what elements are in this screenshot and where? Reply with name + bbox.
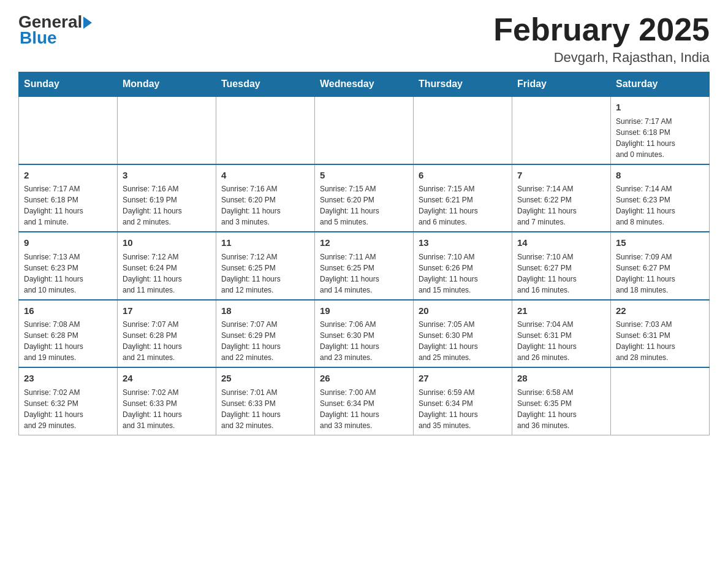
calendar-cell: 18Sunrise: 7:07 AM Sunset: 6:29 PM Dayli… [216, 300, 315, 368]
day-info: Sunrise: 7:01 AM Sunset: 6:33 PM Dayligh… [221, 387, 309, 431]
day-info: Sunrise: 7:14 AM Sunset: 6:23 PM Dayligh… [616, 183, 704, 228]
title-block: February 2025 Devgarh, Rajasthan, India [493, 12, 710, 66]
day-info: Sunrise: 7:15 AM Sunset: 6:20 PM Dayligh… [320, 183, 408, 228]
day-info: Sunrise: 7:02 AM Sunset: 6:33 PM Dayligh… [123, 387, 211, 431]
day-info: Sunrise: 7:07 AM Sunset: 6:28 PM Dayligh… [123, 319, 211, 363]
day-number: 10 [123, 236, 211, 250]
day-info: Sunrise: 7:08 AM Sunset: 6:28 PM Dayligh… [24, 319, 112, 363]
calendar-cell: 4Sunrise: 7:16 AM Sunset: 6:20 PM Daylig… [216, 164, 315, 232]
day-info: Sunrise: 7:15 AM Sunset: 6:21 PM Dayligh… [419, 183, 507, 228]
calendar-cell: 12Sunrise: 7:11 AM Sunset: 6:25 PM Dayli… [315, 232, 414, 300]
day-number: 15 [616, 236, 704, 250]
day-number: 6 [419, 169, 507, 183]
day-number: 13 [419, 236, 507, 250]
calendar-cell: 1Sunrise: 7:17 AM Sunset: 6:18 PM Daylig… [611, 96, 710, 164]
calendar-cell: 24Sunrise: 7:02 AM Sunset: 6:33 PM Dayli… [118, 367, 216, 435]
calendar-cell: 26Sunrise: 7:00 AM Sunset: 6:34 PM Dayli… [315, 367, 414, 435]
weekday-header-row: SundayMondayTuesdayWednesdayThursdayFrid… [19, 72, 710, 97]
day-info: Sunrise: 7:07 AM Sunset: 6:29 PM Dayligh… [221, 319, 309, 363]
calendar-cell: 17Sunrise: 7:07 AM Sunset: 6:28 PM Dayli… [118, 300, 216, 368]
day-number: 18 [221, 304, 309, 318]
day-number: 22 [616, 304, 704, 318]
day-number: 14 [517, 236, 605, 250]
calendar-cell [611, 367, 710, 435]
calendar-cell: 15Sunrise: 7:09 AM Sunset: 6:27 PM Dayli… [611, 232, 710, 300]
logo: General Blue [18, 12, 92, 48]
day-number: 28 [517, 372, 605, 386]
weekday-header-thursday: Thursday [414, 72, 512, 97]
day-number: 8 [616, 169, 704, 183]
calendar-cell: 2Sunrise: 7:17 AM Sunset: 6:18 PM Daylig… [19, 164, 118, 232]
weekday-header-sunday: Sunday [19, 72, 118, 97]
weekday-header-friday: Friday [512, 72, 611, 97]
day-number: 16 [24, 304, 112, 318]
day-info: Sunrise: 7:12 AM Sunset: 6:25 PM Dayligh… [221, 251, 309, 296]
day-number: 25 [221, 372, 309, 386]
calendar-cell: 14Sunrise: 7:10 AM Sunset: 6:27 PM Dayli… [512, 232, 611, 300]
day-info: Sunrise: 7:10 AM Sunset: 6:27 PM Dayligh… [517, 251, 605, 296]
weekday-header-saturday: Saturday [611, 72, 710, 97]
logo-blue-text: Blue [20, 28, 57, 48]
day-info: Sunrise: 7:03 AM Sunset: 6:31 PM Dayligh… [616, 319, 704, 363]
calendar-cell: 16Sunrise: 7:08 AM Sunset: 6:28 PM Dayli… [19, 300, 118, 368]
day-number: 19 [320, 304, 408, 318]
day-number: 23 [24, 372, 112, 386]
weekday-header-wednesday: Wednesday [315, 72, 414, 97]
calendar-cell: 3Sunrise: 7:16 AM Sunset: 6:19 PM Daylig… [118, 164, 216, 232]
calendar-cell: 8Sunrise: 7:14 AM Sunset: 6:23 PM Daylig… [611, 164, 710, 232]
day-number: 27 [419, 372, 507, 386]
day-number: 11 [221, 236, 309, 250]
day-info: Sunrise: 7:05 AM Sunset: 6:30 PM Dayligh… [419, 319, 507, 363]
calendar-week-1: 1Sunrise: 7:17 AM Sunset: 6:18 PM Daylig… [19, 96, 710, 164]
day-info: Sunrise: 7:06 AM Sunset: 6:30 PM Dayligh… [320, 319, 408, 363]
calendar-cell [414, 96, 512, 164]
day-info: Sunrise: 7:09 AM Sunset: 6:27 PM Dayligh… [616, 251, 704, 296]
calendar-cell [315, 96, 414, 164]
day-info: Sunrise: 6:58 AM Sunset: 6:35 PM Dayligh… [517, 387, 605, 431]
day-info: Sunrise: 7:17 AM Sunset: 6:18 PM Dayligh… [24, 183, 112, 228]
day-number: 3 [123, 169, 211, 183]
day-info: Sunrise: 7:16 AM Sunset: 6:19 PM Dayligh… [123, 183, 211, 228]
calendar-cell: 25Sunrise: 7:01 AM Sunset: 6:33 PM Dayli… [216, 367, 315, 435]
logo-arrow-icon [83, 17, 92, 29]
calendar-cell: 20Sunrise: 7:05 AM Sunset: 6:30 PM Dayli… [414, 300, 512, 368]
calendar-cell: 7Sunrise: 7:14 AM Sunset: 6:22 PM Daylig… [512, 164, 611, 232]
calendar-cell: 21Sunrise: 7:04 AM Sunset: 6:31 PM Dayli… [512, 300, 611, 368]
calendar-cell [216, 96, 315, 164]
day-number: 7 [517, 169, 605, 183]
calendar-cell: 13Sunrise: 7:10 AM Sunset: 6:26 PM Dayli… [414, 232, 512, 300]
calendar-week-2: 2Sunrise: 7:17 AM Sunset: 6:18 PM Daylig… [19, 164, 710, 232]
weekday-header-monday: Monday [118, 72, 216, 97]
page-header: General Blue February 2025 Devgarh, Raja… [18, 12, 710, 66]
day-info: Sunrise: 7:00 AM Sunset: 6:34 PM Dayligh… [320, 387, 408, 431]
day-info: Sunrise: 7:16 AM Sunset: 6:20 PM Dayligh… [221, 183, 309, 228]
day-number: 26 [320, 372, 408, 386]
day-info: Sunrise: 7:04 AM Sunset: 6:31 PM Dayligh… [517, 319, 605, 363]
calendar-header: SundayMondayTuesdayWednesdayThursdayFrid… [19, 72, 710, 97]
calendar-cell: 10Sunrise: 7:12 AM Sunset: 6:24 PM Dayli… [118, 232, 216, 300]
day-number: 20 [419, 304, 507, 318]
calendar-cell [19, 96, 118, 164]
day-info: Sunrise: 7:11 AM Sunset: 6:25 PM Dayligh… [320, 251, 408, 296]
calendar-cell: 9Sunrise: 7:13 AM Sunset: 6:23 PM Daylig… [19, 232, 118, 300]
calendar-cell: 28Sunrise: 6:58 AM Sunset: 6:35 PM Dayli… [512, 367, 611, 435]
day-number: 12 [320, 236, 408, 250]
day-info: Sunrise: 7:17 AM Sunset: 6:18 PM Dayligh… [616, 116, 704, 160]
calendar-cell [118, 96, 216, 164]
day-number: 24 [123, 372, 211, 386]
day-info: Sunrise: 7:12 AM Sunset: 6:24 PM Dayligh… [123, 251, 211, 296]
calendar-cell: 19Sunrise: 7:06 AM Sunset: 6:30 PM Dayli… [315, 300, 414, 368]
day-info: Sunrise: 7:13 AM Sunset: 6:23 PM Dayligh… [24, 251, 112, 296]
day-info: Sunrise: 7:10 AM Sunset: 6:26 PM Dayligh… [419, 251, 507, 296]
day-number: 5 [320, 169, 408, 183]
calendar-cell: 11Sunrise: 7:12 AM Sunset: 6:25 PM Dayli… [216, 232, 315, 300]
calendar-subtitle: Devgarh, Rajasthan, India [493, 50, 710, 66]
calendar-week-5: 23Sunrise: 7:02 AM Sunset: 6:32 PM Dayli… [19, 367, 710, 435]
calendar-cell: 6Sunrise: 7:15 AM Sunset: 6:21 PM Daylig… [414, 164, 512, 232]
calendar-cell: 27Sunrise: 6:59 AM Sunset: 6:34 PM Dayli… [414, 367, 512, 435]
calendar-cell: 23Sunrise: 7:02 AM Sunset: 6:32 PM Dayli… [19, 367, 118, 435]
calendar-week-4: 16Sunrise: 7:08 AM Sunset: 6:28 PM Dayli… [19, 300, 710, 368]
calendar-title: February 2025 [493, 12, 710, 47]
calendar-cell: 22Sunrise: 7:03 AM Sunset: 6:31 PM Dayli… [611, 300, 710, 368]
day-info: Sunrise: 7:02 AM Sunset: 6:32 PM Dayligh… [24, 387, 112, 431]
